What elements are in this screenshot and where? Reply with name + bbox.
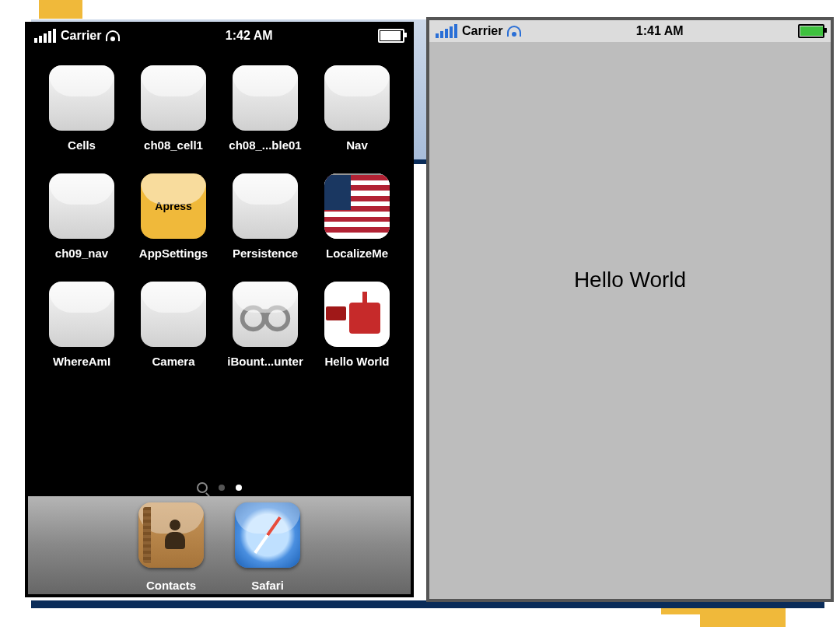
dock: Contacts Safari: [28, 496, 411, 594]
dock-label: Safari: [251, 579, 284, 592]
app-ch08-ble01[interactable]: ch08_...ble01: [226, 65, 305, 152]
app-ch08-cell1[interactable]: ch08_cell1: [134, 65, 213, 152]
app-icon: [141, 282, 206, 347]
app-icon: [233, 173, 298, 239]
springboard: Cells ch08_cell1 ch08_...ble01 Nav ch09_…: [28, 47, 411, 594]
app-icon: [49, 65, 114, 131]
hello-world-label: Hello World: [574, 268, 686, 292]
safari-icon: [235, 502, 300, 568]
app-ch09-nav[interactable]: ch09_nav: [42, 173, 121, 260]
page-indicator[interactable]: [28, 482, 411, 493]
dock-contacts[interactable]: Contacts: [138, 502, 204, 594]
page-dot: [219, 485, 225, 491]
app-label: Cells: [68, 138, 96, 152]
app-localizeme[interactable]: LocalizeMe: [317, 173, 397, 260]
battery-icon: [378, 29, 404, 43]
simulator-hello-world-app: Carrier 1:41 AM Hello World: [426, 17, 834, 602]
app-label: Camera: [152, 355, 194, 368]
apress-icon: Apress: [141, 173, 206, 239]
search-icon: [197, 482, 208, 493]
dock-label: Contacts: [146, 579, 196, 592]
gift-icon: [324, 282, 390, 347]
app-cells[interactable]: Cells: [42, 65, 121, 152]
svg-point-1: [266, 307, 288, 329]
app-persistence[interactable]: Persistence: [226, 173, 305, 260]
signal-icon: [34, 29, 56, 43]
battery-icon: [798, 24, 824, 38]
clock-label: 1:42 AM: [226, 29, 273, 43]
app-label: LocalizeMe: [326, 247, 388, 260]
status-bar: Carrier 1:42 AM: [28, 25, 411, 47]
app-label: ch08_...ble01: [229, 138, 301, 152]
app-label: ch08_cell1: [144, 138, 203, 152]
page-dot-active: [236, 485, 242, 491]
app-icon: [49, 173, 114, 239]
signal-icon: [436, 24, 457, 38]
app-label: Hello World: [324, 355, 389, 368]
app-label: ch09_nav: [55, 247, 108, 260]
app-label: iBount...unter: [227, 355, 303, 368]
app-camera[interactable]: Camera: [134, 282, 213, 368]
dock-safari[interactable]: Safari: [235, 502, 300, 594]
app-icon: [141, 65, 206, 131]
app-whereami[interactable]: WhereAmI: [42, 282, 121, 368]
app-icon: [49, 282, 114, 347]
carrier-label: Carrier: [61, 29, 101, 43]
wifi-icon: [106, 30, 120, 41]
app-icon: [233, 65, 298, 131]
status-bar: Carrier 1:41 AM: [429, 20, 831, 42]
app-label: AppSettings: [139, 247, 208, 260]
app-label: Nav: [346, 138, 368, 152]
slide-decoration-top: [39, 0, 82, 19]
app-grid: Cells ch08_cell1 ch08_...ble01 Nav ch09_…: [28, 47, 411, 368]
wifi-icon: [507, 26, 521, 37]
clock-label: 1:41 AM: [636, 24, 684, 38]
contacts-icon: [138, 502, 204, 568]
app-nav[interactable]: Nav: [317, 65, 397, 152]
simulator-home-screen: Carrier 1:42 AM Cells ch08_cell1 ch08_..…: [25, 22, 414, 597]
handcuffs-icon: [233, 282, 298, 347]
carrier-label: Carrier: [462, 24, 502, 38]
app-label: WhereAmI: [53, 355, 110, 368]
app-ibountyhunter[interactable]: iBount...unter: [226, 282, 305, 368]
app-appsettings[interactable]: Apress AppSettings: [134, 173, 213, 260]
app-hello-world[interactable]: Hello World: [317, 282, 397, 368]
app-label: Persistence: [233, 247, 298, 260]
flag-icon: [324, 173, 390, 239]
app-icon: [324, 65, 390, 131]
app-content-area: Hello World: [429, 42, 831, 599]
svg-point-0: [243, 307, 264, 329]
